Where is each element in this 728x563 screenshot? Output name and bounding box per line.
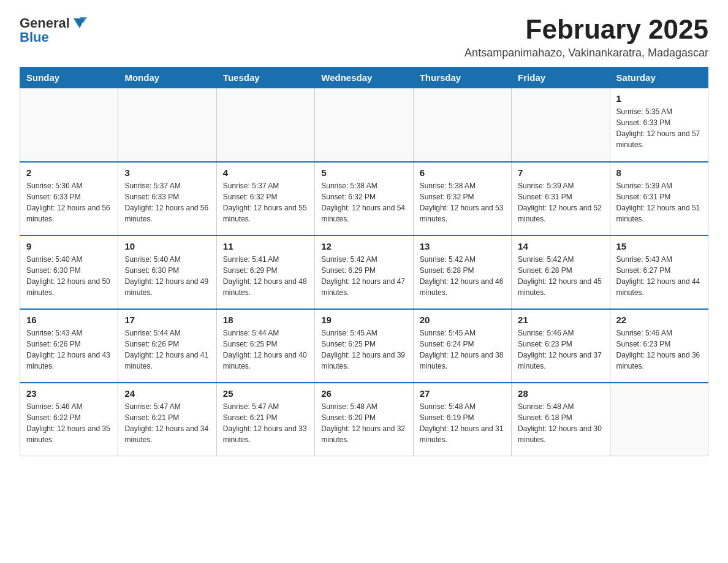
- day-info: Sunrise: 5:48 AMSunset: 6:19 PMDaylight:…: [420, 401, 505, 445]
- day-number: 18: [223, 315, 308, 325]
- day-number: 11: [223, 241, 308, 251]
- day-cell-3-2: 18Sunrise: 5:44 AMSunset: 6:25 PMDayligh…: [216, 309, 314, 383]
- day-info: Sunrise: 5:45 AMSunset: 6:25 PMDaylight:…: [321, 327, 406, 372]
- day-cell-3-1: 17Sunrise: 5:44 AMSunset: 6:26 PMDayligh…: [118, 309, 216, 383]
- day-number: 12: [321, 241, 406, 251]
- day-cell-1-6: 8Sunrise: 5:39 AMSunset: 6:31 PMDaylight…: [610, 162, 708, 236]
- logo: General Blue: [20, 15, 88, 45]
- day-info: Sunrise: 5:46 AMSunset: 6:23 PMDaylight:…: [518, 327, 603, 372]
- day-cell-3-0: 16Sunrise: 5:43 AMSunset: 6:26 PMDayligh…: [20, 309, 118, 383]
- day-number: 25: [223, 388, 308, 399]
- day-number: 28: [518, 388, 603, 399]
- day-info: Sunrise: 5:37 AMSunset: 6:32 PMDaylight:…: [223, 180, 308, 224]
- day-cell-2-2: 11Sunrise: 5:41 AMSunset: 6:29 PMDayligh…: [216, 236, 314, 309]
- day-cell-4-5: 28Sunrise: 5:48 AMSunset: 6:18 PMDayligh…: [512, 383, 610, 456]
- day-cell-4-6: [610, 383, 708, 456]
- day-number: 6: [420, 167, 505, 178]
- day-cell-4-3: 26Sunrise: 5:48 AMSunset: 6:20 PMDayligh…: [315, 383, 413, 456]
- day-info: Sunrise: 5:48 AMSunset: 6:18 PMDaylight:…: [518, 401, 603, 445]
- day-cell-4-4: 27Sunrise: 5:48 AMSunset: 6:19 PMDayligh…: [413, 383, 511, 456]
- day-number: 27: [420, 388, 505, 399]
- day-cell-0-1: [118, 88, 216, 162]
- day-info: Sunrise: 5:39 AMSunset: 6:31 PMDaylight:…: [518, 180, 603, 224]
- calendar-table: Sunday Monday Tuesday Wednesday Thursday…: [20, 67, 708, 456]
- day-info: Sunrise: 5:42 AMSunset: 6:28 PMDaylight:…: [420, 254, 505, 298]
- day-number: 22: [616, 315, 702, 325]
- week-row-2: 9Sunrise: 5:40 AMSunset: 6:30 PMDaylight…: [20, 236, 708, 309]
- weekday-header-row: Sunday Monday Tuesday Wednesday Thursday…: [20, 67, 708, 88]
- page-header: General Blue February 2025 Antsampanimah…: [20, 15, 708, 59]
- day-info: Sunrise: 5:39 AMSunset: 6:31 PMDaylight:…: [616, 180, 702, 224]
- week-row-3: 16Sunrise: 5:43 AMSunset: 6:26 PMDayligh…: [20, 309, 708, 383]
- week-row-0: 1Sunrise: 5:35 AMSunset: 6:33 PMDaylight…: [20, 88, 708, 162]
- day-cell-0-0: [20, 88, 118, 162]
- day-cell-4-0: 23Sunrise: 5:46 AMSunset: 6:22 PMDayligh…: [20, 383, 118, 456]
- day-info: Sunrise: 5:43 AMSunset: 6:27 PMDaylight:…: [616, 254, 702, 298]
- day-number: 2: [26, 167, 112, 178]
- day-cell-0-6: 1Sunrise: 5:35 AMSunset: 6:33 PMDaylight…: [610, 88, 708, 162]
- day-number: 8: [616, 167, 702, 178]
- day-info: Sunrise: 5:46 AMSunset: 6:23 PMDaylight:…: [616, 327, 702, 372]
- day-info: Sunrise: 5:44 AMSunset: 6:25 PMDaylight:…: [223, 327, 308, 372]
- header-monday: Monday: [118, 67, 216, 88]
- day-number: 23: [26, 388, 112, 399]
- week-row-4: 23Sunrise: 5:46 AMSunset: 6:22 PMDayligh…: [20, 383, 708, 456]
- day-cell-3-3: 19Sunrise: 5:45 AMSunset: 6:25 PMDayligh…: [315, 309, 413, 383]
- day-cell-1-5: 7Sunrise: 5:39 AMSunset: 6:31 PMDaylight…: [512, 162, 610, 236]
- day-cell-0-5: [512, 88, 610, 162]
- day-number: 17: [124, 315, 210, 325]
- day-info: Sunrise: 5:35 AMSunset: 6:33 PMDaylight:…: [616, 106, 702, 150]
- day-info: Sunrise: 5:48 AMSunset: 6:20 PMDaylight:…: [321, 401, 406, 445]
- day-number: 13: [420, 241, 505, 251]
- day-number: 4: [223, 167, 308, 178]
- day-number: 21: [518, 315, 603, 325]
- day-number: 10: [124, 241, 210, 251]
- day-cell-2-0: 9Sunrise: 5:40 AMSunset: 6:30 PMDaylight…: [20, 236, 118, 309]
- day-cell-3-6: 22Sunrise: 5:46 AMSunset: 6:23 PMDayligh…: [610, 309, 708, 383]
- header-saturday: Saturday: [610, 67, 708, 88]
- day-number: 7: [518, 167, 603, 178]
- day-info: Sunrise: 5:45 AMSunset: 6:24 PMDaylight:…: [420, 327, 505, 372]
- title-block: February 2025 Antsampanimahazo, Vakinank…: [464, 15, 708, 59]
- logo-icon: [71, 15, 88, 32]
- day-number: 9: [26, 241, 112, 251]
- day-cell-1-4: 6Sunrise: 5:38 AMSunset: 6:32 PMDaylight…: [413, 162, 511, 236]
- day-number: 24: [124, 388, 210, 399]
- day-number: 16: [26, 315, 112, 325]
- day-number: 20: [420, 315, 505, 325]
- month-title: February 2025: [464, 15, 708, 44]
- day-info: Sunrise: 5:42 AMSunset: 6:28 PMDaylight:…: [518, 254, 603, 298]
- day-cell-3-4: 20Sunrise: 5:45 AMSunset: 6:24 PMDayligh…: [413, 309, 511, 383]
- header-friday: Friday: [512, 67, 610, 88]
- day-cell-2-1: 10Sunrise: 5:40 AMSunset: 6:30 PMDayligh…: [118, 236, 216, 309]
- week-row-1: 2Sunrise: 5:36 AMSunset: 6:33 PMDaylight…: [20, 162, 708, 236]
- header-thursday: Thursday: [413, 67, 511, 88]
- day-cell-0-2: [216, 88, 314, 162]
- day-cell-2-3: 12Sunrise: 5:42 AMSunset: 6:29 PMDayligh…: [315, 236, 413, 309]
- day-cell-4-2: 25Sunrise: 5:47 AMSunset: 6:21 PMDayligh…: [216, 383, 314, 456]
- day-info: Sunrise: 5:36 AMSunset: 6:33 PMDaylight:…: [26, 180, 112, 224]
- day-cell-1-0: 2Sunrise: 5:36 AMSunset: 6:33 PMDaylight…: [20, 162, 118, 236]
- day-cell-4-1: 24Sunrise: 5:47 AMSunset: 6:21 PMDayligh…: [118, 383, 216, 456]
- day-info: Sunrise: 5:44 AMSunset: 6:26 PMDaylight:…: [124, 327, 210, 372]
- day-cell-0-3: [315, 88, 413, 162]
- day-info: Sunrise: 5:38 AMSunset: 6:32 PMDaylight:…: [321, 180, 406, 224]
- day-number: 3: [124, 167, 210, 178]
- day-info: Sunrise: 5:43 AMSunset: 6:26 PMDaylight:…: [26, 327, 112, 372]
- day-info: Sunrise: 5:42 AMSunset: 6:29 PMDaylight:…: [321, 254, 406, 298]
- location-subtitle: Antsampanimahazo, Vakinankaratra, Madaga…: [464, 47, 708, 59]
- day-number: 26: [321, 388, 406, 399]
- day-cell-1-2: 4Sunrise: 5:37 AMSunset: 6:32 PMDaylight…: [216, 162, 314, 236]
- day-info: Sunrise: 5:41 AMSunset: 6:29 PMDaylight:…: [223, 254, 308, 298]
- header-wednesday: Wednesday: [315, 67, 413, 88]
- day-number: 19: [321, 315, 406, 325]
- logo-blue-text: Blue: [20, 29, 49, 45]
- day-info: Sunrise: 5:40 AMSunset: 6:30 PMDaylight:…: [26, 254, 112, 298]
- day-number: 1: [616, 93, 702, 104]
- day-info: Sunrise: 5:47 AMSunset: 6:21 PMDaylight:…: [124, 401, 210, 445]
- day-cell-1-3: 5Sunrise: 5:38 AMSunset: 6:32 PMDaylight…: [315, 162, 413, 236]
- day-info: Sunrise: 5:46 AMSunset: 6:22 PMDaylight:…: [26, 401, 112, 445]
- day-cell-0-4: [413, 88, 511, 162]
- day-info: Sunrise: 5:37 AMSunset: 6:33 PMDaylight:…: [124, 180, 210, 224]
- header-sunday: Sunday: [20, 67, 118, 88]
